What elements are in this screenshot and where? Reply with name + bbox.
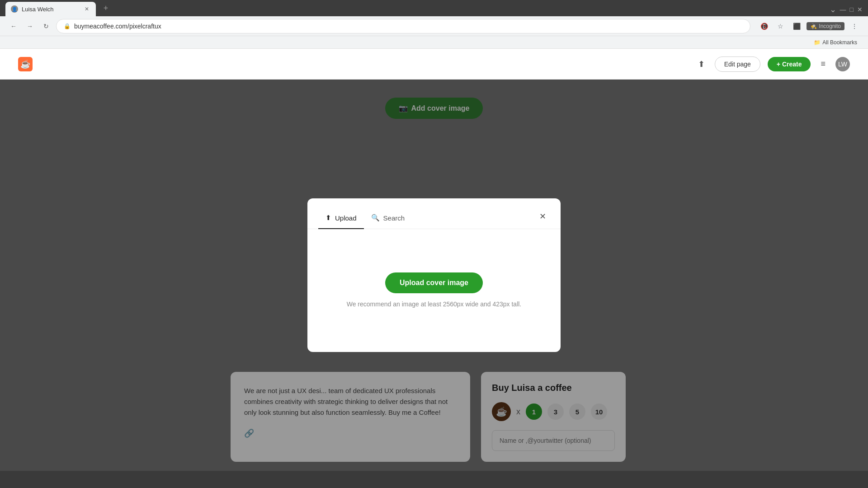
search-tab-label: Search <box>383 214 405 222</box>
upload-tab-icon: ⬆ <box>326 214 331 222</box>
incognito-label: Incognito <box>819 23 841 29</box>
avatar-initials: LW <box>838 61 847 68</box>
tab-title: Luisa Welch <box>22 6 54 13</box>
bookmarks-label: 📁 All Bookmarks <box>810 38 861 47</box>
upload-tab-label: Upload <box>335 214 357 222</box>
tab-bar: 👤 Luisa Welch ✕ + ⌄ — □ ✕ <box>0 0 868 16</box>
all-bookmarks-item[interactable]: 📁 All Bookmarks <box>810 38 861 47</box>
minimize-button[interactable]: — <box>840 6 846 13</box>
tab-close-button[interactable]: ✕ <box>83 5 90 13</box>
upload-cover-image-button[interactable]: Upload cover image <box>385 272 483 293</box>
browser-toolbar: ← → ↻ 🔒 buymeacoffee.com/pixelcraftux 📵 … <box>0 16 868 36</box>
more-options-button[interactable]: ⋮ <box>848 20 861 33</box>
bookmark-star-icon[interactable]: ☆ <box>774 20 787 33</box>
search-tab[interactable]: 🔍 Search <box>364 207 412 229</box>
forward-button[interactable]: → <box>24 20 36 33</box>
url-text: buymeacoffee.com/pixelcraftux <box>74 23 161 30</box>
bookmark-folder-icon: 📁 <box>814 39 821 46</box>
new-tab-button[interactable]: + <box>99 2 112 14</box>
search-tab-icon: 🔍 <box>371 214 380 222</box>
maximize-button[interactable]: □ <box>850 6 854 13</box>
extension-icon[interactable]: ⬛ <box>790 20 803 33</box>
close-window-button[interactable]: ✕ <box>857 6 863 13</box>
page-content: ☕ ⬆ Edit page + Create ≡ LW 📷 Add cover … <box>0 49 868 471</box>
avatar[interactable]: LW <box>835 57 850 71</box>
share-button[interactable]: ⬆ <box>695 56 708 72</box>
camera-off-icon[interactable]: 📵 <box>758 20 770 33</box>
modal-header: ⬆ Upload 🔍 Search ✕ <box>307 198 561 229</box>
coffee-logo-icon: ☕ <box>18 57 33 71</box>
security-lock-icon: 🔒 <box>64 23 71 29</box>
tab-list-button[interactable]: ⌄ <box>830 5 836 14</box>
toolbar-actions: 📵 ☆ ⬛ 🕵 Incognito ⋮ <box>758 20 861 33</box>
edit-page-button[interactable]: Edit page <box>715 56 760 72</box>
page-background: 📷 Add cover image We are not just a UX d… <box>0 80 868 471</box>
upload-hint-text: We recommend an image at least 2560px wi… <box>347 300 522 308</box>
incognito-badge: 🕵 Incognito <box>807 22 844 30</box>
reload-button[interactable]: ↻ <box>40 20 52 33</box>
hamburger-menu-button[interactable]: ≡ <box>818 56 828 71</box>
site-header: ☕ ⬆ Edit page + Create ≡ LW <box>0 49 868 80</box>
site-header-actions: ⬆ Edit page + Create ≡ LW <box>695 56 850 72</box>
modal-body: Upload cover image We recommend an image… <box>307 229 561 347</box>
create-button[interactable]: + Create <box>768 57 811 71</box>
modal-overlay[interactable]: ⬆ Upload 🔍 Search ✕ Upload cover image W… <box>0 80 868 471</box>
site-logo: ☕ <box>18 57 33 71</box>
upload-modal: ⬆ Upload 🔍 Search ✕ Upload cover image W… <box>307 198 561 352</box>
active-tab[interactable]: 👤 Luisa Welch ✕ <box>5 2 96 16</box>
upload-tab[interactable]: ⬆ Upload <box>318 207 364 229</box>
tab-favicon: 👤 <box>11 5 18 13</box>
bookmark-bar: 📁 All Bookmarks <box>0 36 868 49</box>
browser-chrome: 👤 Luisa Welch ✕ + ⌄ — □ ✕ ← → ↻ 🔒 buymea… <box>0 0 868 49</box>
modal-close-button[interactable]: ✕ <box>536 208 550 225</box>
back-button[interactable]: ← <box>7 20 20 33</box>
incognito-icon: 🕵 <box>810 23 817 29</box>
address-bar[interactable]: 🔒 buymeacoffee.com/pixelcraftux <box>56 19 750 33</box>
